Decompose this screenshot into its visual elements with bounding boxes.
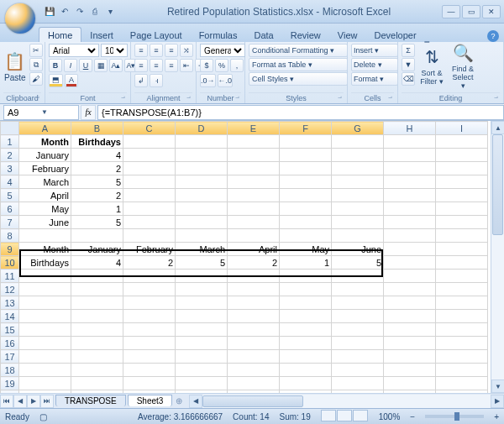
cell-F14[interactable] bbox=[280, 310, 332, 323]
cell-styles-button[interactable]: Cell Styles ▾ bbox=[249, 72, 348, 86]
sheet-tab-sheet3[interactable]: Sheet3 bbox=[128, 395, 173, 406]
cell-G5[interactable] bbox=[332, 189, 384, 202]
cell-H4[interactable] bbox=[384, 175, 436, 189]
cell-D17[interactable] bbox=[176, 350, 228, 364]
cell-F7[interactable] bbox=[280, 216, 332, 229]
cell-H16[interactable] bbox=[384, 337, 436, 350]
align-right-button[interactable]: ≡ bbox=[165, 59, 178, 72]
font-size-select[interactable]: 10 bbox=[101, 44, 128, 57]
cell-E4[interactable] bbox=[228, 175, 280, 189]
cell-B20[interactable] bbox=[71, 390, 123, 394]
cell-I4[interactable] bbox=[436, 175, 488, 189]
increase-decimal-button[interactable]: .0→ bbox=[200, 74, 216, 87]
cell-D14[interactable] bbox=[176, 310, 228, 323]
column-header-F[interactable]: F bbox=[280, 122, 332, 135]
cell-B7[interactable]: 5 bbox=[71, 216, 123, 229]
cell-C1[interactable] bbox=[123, 135, 176, 149]
scroll-down-button[interactable]: ▼ bbox=[491, 380, 504, 393]
italic-button[interactable]: I bbox=[64, 59, 77, 72]
cell-I11[interactable] bbox=[436, 270, 488, 283]
cell-B19[interactable] bbox=[71, 377, 123, 390]
row-header-19[interactable]: 19 bbox=[1, 377, 19, 390]
office-button[interactable] bbox=[5, 3, 35, 34]
cell-D9[interactable]: March bbox=[176, 243, 228, 256]
cell-G9[interactable]: June bbox=[332, 243, 384, 256]
minimize-ribbon-icon[interactable]: ‗ bbox=[425, 33, 430, 42]
cell-A12[interactable] bbox=[19, 283, 71, 296]
cell-A7[interactable]: June bbox=[19, 216, 71, 229]
help-icon[interactable]: ? bbox=[487, 30, 499, 42]
row-header-9[interactable]: 9 bbox=[1, 243, 19, 256]
cell-I7[interactable] bbox=[436, 216, 488, 229]
cell-F8[interactable] bbox=[280, 229, 332, 243]
tab-insert[interactable]: Insert bbox=[81, 28, 122, 42]
tab-nav-next[interactable]: ▶ bbox=[27, 395, 40, 408]
cell-G18[interactable] bbox=[332, 364, 384, 377]
cell-H7[interactable] bbox=[384, 216, 436, 229]
cell-A8[interactable] bbox=[19, 229, 71, 243]
cell-A1[interactable]: Month bbox=[19, 135, 71, 149]
paste-button[interactable]: 📋 Paste bbox=[3, 44, 27, 89]
cell-C18[interactable] bbox=[123, 364, 176, 377]
cell-G4[interactable] bbox=[332, 175, 384, 189]
tab-developer[interactable]: Developer bbox=[365, 28, 424, 42]
cell-G6[interactable] bbox=[332, 202, 384, 216]
cell-B1[interactable]: Birthdays bbox=[71, 135, 123, 149]
select-all-corner[interactable] bbox=[1, 122, 19, 135]
cell-C5[interactable] bbox=[123, 189, 176, 202]
cell-E7[interactable] bbox=[228, 216, 280, 229]
maximize-button[interactable]: ▭ bbox=[462, 5, 480, 18]
cell-A10[interactable]: Birthdays bbox=[19, 256, 71, 270]
cell-B8[interactable] bbox=[71, 229, 123, 243]
cell-C9[interactable]: February bbox=[123, 243, 176, 256]
fill-button[interactable]: ▼ bbox=[402, 58, 415, 71]
cell-A18[interactable] bbox=[19, 364, 71, 377]
cell-F20[interactable] bbox=[280, 390, 332, 394]
cell-B13[interactable] bbox=[71, 296, 123, 310]
cell-I12[interactable] bbox=[436, 283, 488, 296]
grow-font-button[interactable]: A▴ bbox=[109, 59, 123, 72]
cell-G11[interactable] bbox=[332, 270, 384, 283]
cell-B14[interactable] bbox=[71, 310, 123, 323]
cell-B10[interactable]: 4 bbox=[71, 256, 123, 270]
cell-D20[interactable] bbox=[176, 390, 228, 394]
find-select-button[interactable]: 🔍 Find & Select ▾ bbox=[449, 44, 477, 89]
cell-G20[interactable] bbox=[332, 390, 384, 394]
percent-button[interactable]: % bbox=[215, 59, 228, 72]
cell-C2[interactable] bbox=[123, 149, 176, 162]
cell-G1[interactable] bbox=[332, 135, 384, 149]
cell-D12[interactable] bbox=[176, 283, 228, 296]
cell-F4[interactable] bbox=[280, 175, 332, 189]
cell-C19[interactable] bbox=[123, 377, 176, 390]
cell-C15[interactable] bbox=[123, 323, 176, 337]
cell-F13[interactable] bbox=[280, 296, 332, 310]
scroll-right-button[interactable]: ▶ bbox=[491, 395, 504, 408]
cut-button[interactable]: ✂ bbox=[29, 44, 43, 57]
cell-F3[interactable] bbox=[280, 162, 332, 175]
cell-G12[interactable] bbox=[332, 283, 384, 296]
cell-E20[interactable] bbox=[228, 390, 280, 394]
cell-H10[interactable] bbox=[384, 256, 436, 270]
cell-C8[interactable] bbox=[123, 229, 176, 243]
cell-E6[interactable] bbox=[228, 202, 280, 216]
cell-D18[interactable] bbox=[176, 364, 228, 377]
cell-G7[interactable] bbox=[332, 216, 384, 229]
cell-I8[interactable] bbox=[436, 229, 488, 243]
new-sheet-button[interactable]: ⊕ bbox=[176, 396, 182, 406]
cell-G14[interactable] bbox=[332, 310, 384, 323]
cell-D8[interactable] bbox=[176, 229, 228, 243]
cell-F12[interactable] bbox=[280, 283, 332, 296]
cell-B3[interactable]: 2 bbox=[71, 162, 123, 175]
cell-E12[interactable] bbox=[228, 283, 280, 296]
align-bottom-button[interactable]: ≡ bbox=[165, 44, 178, 57]
row-header-20[interactable]: 20 bbox=[1, 390, 19, 394]
row-header-5[interactable]: 5 bbox=[1, 189, 19, 202]
row-header-11[interactable]: 11 bbox=[1, 270, 19, 283]
row-header-12[interactable]: 12 bbox=[1, 283, 19, 296]
cell-G15[interactable] bbox=[332, 323, 384, 337]
cell-H13[interactable] bbox=[384, 296, 436, 310]
cell-F19[interactable] bbox=[280, 377, 332, 390]
cell-D15[interactable] bbox=[176, 323, 228, 337]
fill-color-button[interactable]: ⬒ bbox=[49, 74, 63, 87]
cell-H17[interactable] bbox=[384, 350, 436, 364]
